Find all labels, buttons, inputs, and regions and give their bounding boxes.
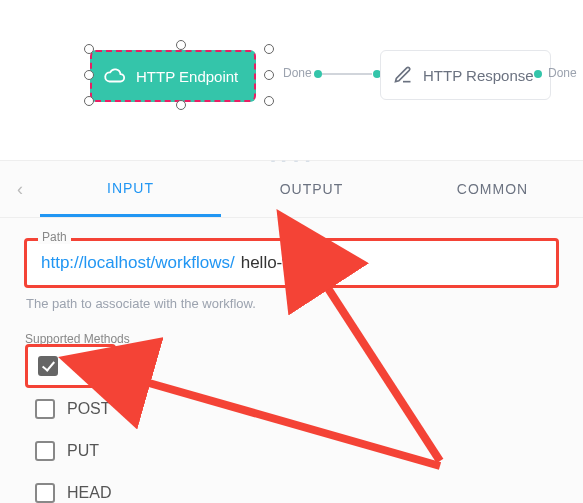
tab-common[interactable]: COMMON: [402, 163, 583, 215]
selection-handle[interactable]: [176, 100, 186, 110]
node-response-label: HTTP Response: [423, 67, 534, 84]
connector[interactable]: [322, 73, 372, 75]
method-name: POST: [67, 400, 111, 418]
node-http-endpoint[interactable]: HTTP Endpoint: [90, 50, 256, 102]
method-checkbox-post[interactable]: [35, 399, 55, 419]
method-name: HEAD: [67, 484, 111, 502]
selection-handle[interactable]: [84, 96, 94, 106]
output-port-icon[interactable]: [534, 70, 542, 78]
method-checkbox-head[interactable]: [35, 483, 55, 503]
method-checkbox-put[interactable]: [35, 441, 55, 461]
node-endpoint-label: HTTP Endpoint: [136, 68, 238, 85]
selection-handle[interactable]: [264, 96, 274, 106]
node-response-status: Done: [548, 66, 577, 80]
node-http-response[interactable]: HTTP Response: [380, 50, 551, 100]
selection-handle[interactable]: [264, 70, 274, 80]
path-hint: The path to associate with the workflow.: [26, 296, 557, 311]
properties-panel: ╶ ╴╶ ╴ ‹ INPUT OUTPUT COMMON Path http:/…: [0, 160, 583, 503]
path-prefix: http://localhost/workflows/: [41, 253, 235, 273]
selection-handle[interactable]: [84, 70, 94, 80]
node-endpoint-status: Done: [283, 66, 312, 80]
method-row-post[interactable]: POST: [25, 388, 558, 430]
panel-tabs: ‹ INPUT OUTPUT COMMON: [0, 161, 583, 218]
selection-handle[interactable]: [84, 44, 94, 54]
workflow-canvas[interactable]: HTTP Endpoint Done HTTP Response Done: [0, 0, 583, 160]
back-chevron-icon[interactable]: ‹: [0, 179, 40, 200]
method-name: PUT: [67, 442, 99, 460]
path-label: Path: [38, 230, 71, 244]
tab-input[interactable]: INPUT: [40, 162, 221, 217]
method-get-highlight: GET: [25, 344, 116, 388]
method-checkbox-get[interactable]: [38, 356, 58, 376]
method-row-head[interactable]: HEAD: [25, 472, 558, 503]
drag-handle-icon[interactable]: ╶ ╴╶ ╴: [268, 155, 314, 168]
method-name: GET: [70, 357, 103, 375]
method-row-get[interactable]: GET: [34, 351, 103, 381]
path-input[interactable]: http://localhost/workflows/ hello-world: [24, 238, 559, 288]
supported-methods: Supported Methods GET POST PUT HEAD: [24, 331, 559, 503]
selection-handle[interactable]: [264, 44, 274, 54]
edit-icon: [393, 65, 413, 85]
method-row-put[interactable]: PUT: [25, 430, 558, 472]
selection-handle[interactable]: [176, 40, 186, 50]
cloud-icon: [104, 65, 126, 87]
path-field-wrap: Path http://localhost/workflows/ hello-w…: [24, 238, 559, 288]
tab-output[interactable]: OUTPUT: [221, 163, 402, 215]
path-value: hello-world: [241, 253, 323, 273]
output-port-icon[interactable]: [314, 70, 322, 78]
